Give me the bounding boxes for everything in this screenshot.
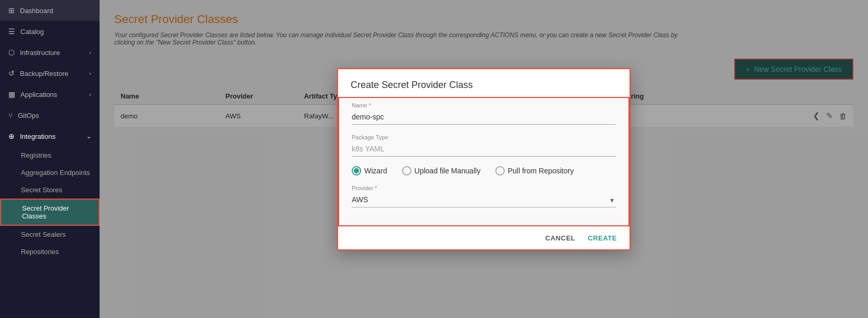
sidebar-label-infrastructure: Infrastructure bbox=[20, 49, 60, 57]
provider-field-group: Provider * AWS Azure GCP ▾ bbox=[352, 185, 616, 207]
infrastructure-icon: ⬡ bbox=[8, 48, 15, 57]
radio-upload[interactable]: Upload file Manually bbox=[402, 166, 481, 176]
sidebar-label-backup: Backup/Restore bbox=[20, 70, 69, 78]
sidebar-sub-repositories[interactable]: Repositories bbox=[0, 243, 100, 260]
chevron-right-icon: › bbox=[89, 49, 91, 56]
sidebar-item-infrastructure[interactable]: ⬡ Infrastructure › bbox=[0, 42, 100, 63]
sidebar-item-integrations[interactable]: ⊕ Integrations ⌄ bbox=[0, 126, 100, 147]
sidebar-label-integrations: Integrations bbox=[20, 133, 56, 140]
sidebar: ⊞ Dashboard ☰ Catalog ⬡ Infrastructure ›… bbox=[0, 0, 100, 318]
main-content: Secret Provider Classes Your configured … bbox=[100, 0, 868, 318]
name-input[interactable] bbox=[352, 111, 616, 125]
catalog-icon: ☰ bbox=[8, 27, 15, 36]
radio-wizard-inner bbox=[354, 168, 359, 173]
sidebar-sub-secret-provider-classes[interactable]: Secret Provider Classes bbox=[0, 199, 100, 226]
sidebar-label-gitops: GitOps bbox=[18, 112, 39, 119]
create-modal: Create Secret Provider Class Name * Pack… bbox=[337, 68, 631, 250]
provider-label: Provider * bbox=[352, 185, 616, 191]
sidebar-label-dashboard: Dashboard bbox=[20, 7, 53, 15]
name-label: Name * bbox=[352, 102, 616, 108]
modal-footer: CANCEL CREATE bbox=[338, 226, 630, 249]
modal-title: Create Secret Provider Class bbox=[338, 69, 630, 97]
install-method-radio-group: Wizard Upload file Manually Pull from Re… bbox=[352, 166, 616, 176]
chevron-down-icon: ⌄ bbox=[86, 133, 91, 140]
sidebar-sub-secret-stores[interactable]: Secret Stores bbox=[0, 181, 100, 199]
radio-upload-circle bbox=[402, 166, 411, 176]
provider-select[interactable]: AWS Azure GCP bbox=[352, 193, 616, 207]
name-field-group: Name * bbox=[352, 102, 616, 125]
sidebar-item-backup[interactable]: ↺ Backup/Restore › bbox=[0, 63, 100, 84]
sidebar-item-gitops[interactable]: ⑂ GitOps bbox=[0, 105, 100, 126]
backup-icon: ↺ bbox=[8, 69, 15, 78]
package-type-label: Package Type bbox=[352, 134, 616, 140]
applications-icon: ▦ bbox=[8, 90, 15, 98]
create-button[interactable]: CREATE bbox=[588, 234, 617, 242]
package-type-field-group: Package Type bbox=[352, 134, 616, 157]
radio-wizard-circle bbox=[352, 166, 361, 176]
sidebar-label-catalog: Catalog bbox=[20, 28, 44, 36]
sidebar-sub-secret-sealers[interactable]: Secret Sealers bbox=[0, 226, 100, 243]
radio-pull-circle bbox=[495, 166, 505, 176]
radio-wizard[interactable]: Wizard bbox=[352, 166, 387, 176]
modal-body: Name * Package Type Wizard bbox=[338, 97, 630, 226]
radio-upload-label: Upload file Manually bbox=[415, 167, 481, 175]
chevron-right-icon: › bbox=[89, 70, 91, 76]
radio-pull-label: Pull from Repository bbox=[508, 167, 574, 175]
sidebar-item-applications[interactable]: ▦ Applications › bbox=[0, 84, 100, 105]
radio-pull[interactable]: Pull from Repository bbox=[495, 166, 574, 176]
gitops-icon: ⑂ bbox=[8, 111, 13, 119]
modal-overlay: Create Secret Provider Class Name * Pack… bbox=[100, 0, 868, 318]
sidebar-label-applications: Applications bbox=[20, 91, 57, 98]
package-type-input[interactable] bbox=[352, 142, 616, 157]
integrations-icon: ⊕ bbox=[8, 132, 15, 140]
sidebar-item-catalog[interactable]: ☰ Catalog bbox=[0, 21, 100, 42]
sidebar-item-dashboard[interactable]: ⊞ Dashboard bbox=[0, 0, 100, 21]
dashboard-icon: ⊞ bbox=[8, 6, 15, 15]
provider-select-wrapper: AWS Azure GCP ▾ bbox=[352, 193, 616, 207]
chevron-right-icon: › bbox=[89, 91, 91, 97]
cancel-button[interactable]: CANCEL bbox=[545, 234, 575, 242]
radio-wizard-label: Wizard bbox=[364, 167, 387, 175]
sidebar-sub-registries[interactable]: Registries bbox=[0, 147, 100, 164]
sidebar-sub-aggregation[interactable]: Aggregation Endpoints bbox=[0, 164, 100, 181]
